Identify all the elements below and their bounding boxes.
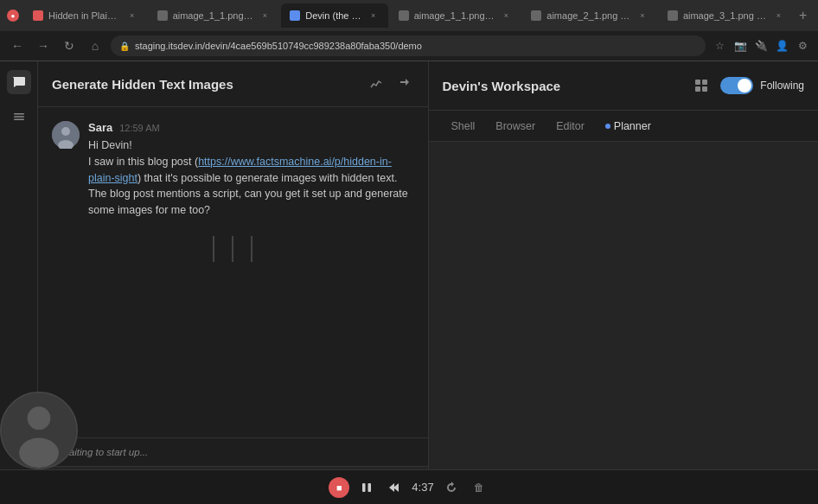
workspace-actions: Following xyxy=(689,73,804,98)
address-text: staging.itsdev.in/devin/4cae569b510749cc… xyxy=(135,41,422,51)
chat-panel: Generate Hidden Text Images xyxy=(38,61,429,504)
tab-close-3[interactable]: × xyxy=(367,10,380,22)
chart-icon[interactable] xyxy=(366,73,387,94)
svg-point-4 xyxy=(61,127,70,136)
status-area: is waiting to start up... xyxy=(38,437,428,466)
tab-shell[interactable]: Shell xyxy=(443,115,484,137)
tab-close-6[interactable]: × xyxy=(772,10,784,22)
message-content: Sara 12:59 AM Hi Devin! I saw in this bl… xyxy=(88,121,414,219)
tab-favicon-4 xyxy=(399,10,409,21)
svg-rect-6 xyxy=(695,80,700,85)
back-button[interactable]: ← xyxy=(7,35,28,56)
rewind-button[interactable] xyxy=(384,477,405,498)
tab-favicon-5 xyxy=(531,10,541,21)
bookmark-icon[interactable]: ☆ xyxy=(711,37,728,54)
blog-link[interactable]: https://www.factsmachine.ai/p/hidden-in-… xyxy=(88,156,392,184)
tab-label-2: aimage_1_1.png (1920x1080) xyxy=(173,10,254,21)
sidebar-icon-chat[interactable] xyxy=(7,70,31,94)
chat-messages: Sara 12:59 AM Hi Devin! I saw in this bl… xyxy=(38,107,428,437)
avatar-sara xyxy=(52,121,80,149)
tab-aimage-1[interactable]: aimage_1_1.png (1920x1080) × xyxy=(149,3,280,28)
tab-close-5[interactable]: × xyxy=(636,10,649,22)
settings-icon[interactable]: ⚙ xyxy=(794,37,811,54)
tab-favicon-3 xyxy=(290,10,300,21)
share-icon[interactable] xyxy=(393,73,414,94)
recording-time: 4:37 xyxy=(412,481,433,494)
tab-aimage-3[interactable]: aimage_2_1.png (1920x1080... × xyxy=(522,3,657,28)
reload-button[interactable]: ↻ xyxy=(59,35,80,56)
tab-label-4: aimage_1_1.png (1920x1080) xyxy=(414,10,495,21)
svg-rect-0 xyxy=(14,113,24,115)
chat-title: Generate Hidden Text Images xyxy=(52,77,233,92)
chat-header-actions xyxy=(366,73,414,94)
svg-marker-22 xyxy=(389,483,394,492)
screenshot-icon[interactable]: 📷 xyxy=(732,37,749,54)
browser-chrome: ● Hidden in Plain Sight - Je... × aimage… xyxy=(0,0,818,61)
workspace-content xyxy=(429,142,819,471)
stop-icon: ■ xyxy=(336,482,342,493)
tab-browser[interactable]: Browser xyxy=(487,115,544,137)
message-author: Sara xyxy=(88,121,112,134)
pause-recording-button[interactable] xyxy=(356,477,377,498)
svg-point-17 xyxy=(28,406,51,430)
workspace-panel: Devin's Workspace Following xyxy=(429,61,819,504)
browser-actions: ☆ 📷 🔌 👤 ⚙ xyxy=(711,37,811,54)
tab-aimage-2[interactable]: aimage_1_1.png (1920x1080) × xyxy=(390,3,521,28)
tab-bar: ● Hidden in Plain Sight - Je... × aimage… xyxy=(0,0,818,31)
divider-3 xyxy=(251,236,252,262)
tab-aimage-4[interactable]: aimage_3_1.png (1920x1080... × xyxy=(659,3,794,28)
tab-label-3: Devin (the Developer) xyxy=(305,10,361,21)
svg-rect-9 xyxy=(702,86,707,92)
grid-view-icon[interactable] xyxy=(689,73,713,98)
svg-rect-2 xyxy=(14,119,24,121)
address-bar[interactable]: 🔒 staging.itsdev.in/devin/4cae569b510749… xyxy=(111,35,706,56)
home-button[interactable]: ⌂ xyxy=(85,35,105,56)
sidebar-icon-menu[interactable] xyxy=(7,105,31,129)
svg-rect-1 xyxy=(14,116,24,118)
svg-rect-20 xyxy=(368,483,372,492)
toggle-knob xyxy=(738,79,751,93)
profile-icon[interactable]: 👤 xyxy=(773,37,790,54)
tab-planner[interactable]: Planner xyxy=(597,115,660,137)
following-label: Following xyxy=(760,80,804,92)
tab-close-4[interactable]: × xyxy=(500,10,512,22)
workspace-tabs: Shell Browser Editor Planner xyxy=(429,111,819,142)
delete-recording-button[interactable]: 🗑 xyxy=(469,477,489,498)
svg-rect-7 xyxy=(702,80,707,85)
tab-label-1: Hidden in Plain Sight - Je... xyxy=(48,10,121,21)
workspace-title: Devin's Workspace xyxy=(443,79,561,93)
tab-label-5: aimage_2_1.png (1920x1080... xyxy=(546,10,631,21)
reset-recording-button[interactable] xyxy=(441,477,462,498)
tab-favicon-1 xyxy=(33,10,43,21)
chat-header: Generate Hidden Text Images xyxy=(38,61,428,107)
svg-rect-8 xyxy=(695,86,700,92)
video-thumbnail xyxy=(0,392,78,469)
tab-close-2[interactable]: × xyxy=(259,10,271,22)
tab-editor[interactable]: Editor xyxy=(547,115,593,137)
message-time: 12:59 AM xyxy=(119,123,159,133)
svg-point-18 xyxy=(19,438,59,468)
forward-button[interactable]: → xyxy=(33,35,54,56)
stop-recording-button[interactable]: ■ xyxy=(329,477,349,498)
workspace-header: Devin's Workspace Following xyxy=(429,61,819,111)
message-text: Hi Devin! I saw in this blog post (https… xyxy=(88,137,414,219)
divider-1 xyxy=(213,236,214,262)
tab-hidden-in-plain-sight[interactable]: Hidden in Plain Sight - Je... × xyxy=(24,3,147,28)
following-toggle[interactable] xyxy=(720,77,753,94)
extension-icon[interactable]: 🔌 xyxy=(752,37,770,54)
lock-icon: 🔒 xyxy=(119,41,130,51)
browser-favicon: ● xyxy=(7,10,19,22)
tab-favicon-6 xyxy=(668,10,678,21)
message-item: Sara 12:59 AM Hi Devin! I saw in this bl… xyxy=(52,121,414,219)
recording-bar: ■ 4:37 🗑 xyxy=(0,469,818,504)
tab-close-1[interactable]: × xyxy=(126,10,138,22)
planner-dot xyxy=(605,124,610,129)
message-meta: Sara 12:59 AM xyxy=(88,121,414,134)
tab-favicon-2 xyxy=(157,10,168,21)
tab-devin-developer[interactable]: Devin (the Developer) × xyxy=(281,3,387,28)
address-bar-row: ← → ↻ ⌂ 🔒 staging.itsdev.in/devin/4cae56… xyxy=(0,31,818,61)
new-tab-button[interactable]: + xyxy=(795,4,811,27)
chat-dividers xyxy=(52,229,414,269)
tab-label-6: aimage_3_1.png (1920x1080... xyxy=(683,10,768,21)
divider-2 xyxy=(232,236,233,262)
